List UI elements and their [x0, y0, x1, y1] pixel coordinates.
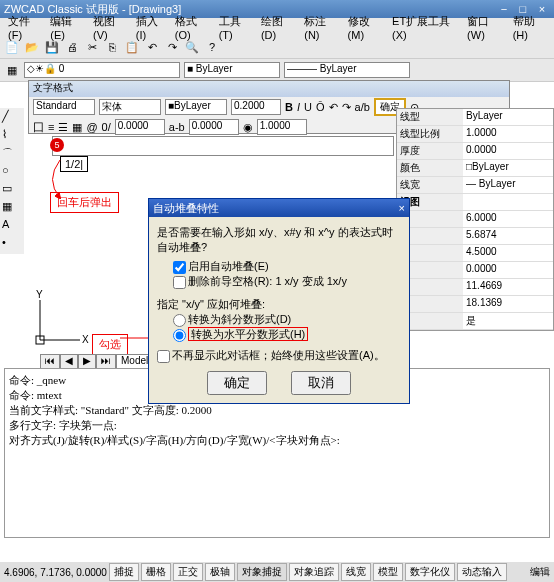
group-label: 指定 "x/y" 应如何堆叠:	[157, 297, 401, 312]
save-icon[interactable]: 💾	[44, 39, 60, 55]
prop-v[interactable]: ByLayer	[463, 109, 553, 125]
color-select[interactable]: ■ByLayer	[165, 99, 227, 115]
menubar: 文件(F) 编辑(E) 视图(V) 插入(I) 格式(O) 工具(T) 绘图(D…	[0, 18, 554, 36]
lwt-toggle[interactable]: 线宽	[341, 563, 371, 581]
dyn-toggle[interactable]: 动态输入	[457, 563, 507, 581]
underline-button[interactable]: U	[304, 101, 312, 113]
menu-draw[interactable]: 绘图(D)	[257, 14, 298, 41]
circle-icon[interactable]: ○	[2, 164, 18, 180]
menu-dim[interactable]: 标注(N)	[300, 14, 341, 41]
cut-icon[interactable]: ✂	[84, 39, 100, 55]
toolbar-2: ▦ ◇☀🔒 0 ■ ByLayer ——— ByLayer	[0, 59, 554, 82]
point-icon[interactable]: •	[2, 236, 18, 252]
stack-icon[interactable]: a/b	[355, 101, 370, 113]
bold-button[interactable]: B	[285, 101, 293, 113]
enable-checkbox[interactable]	[173, 261, 186, 274]
height-input[interactable]: 0.2000	[231, 99, 281, 115]
osnap-toggle[interactable]: 对象捕捉	[237, 563, 287, 581]
copy-icon[interactable]: ⎘	[104, 39, 120, 55]
ratio-input[interactable]: 1.0000	[257, 119, 307, 135]
dontshow-checkbox[interactable]	[157, 350, 170, 363]
symbol-icon[interactable]: @	[86, 121, 97, 133]
text-icon[interactable]: A	[2, 218, 18, 234]
overline-button[interactable]: Ō	[316, 101, 325, 113]
menu-file[interactable]: 文件(F)	[4, 14, 44, 41]
layer-icon[interactable]: ▦	[4, 62, 20, 78]
line-icon[interactable]: ╱	[2, 110, 18, 126]
layer-select[interactable]: ◇☀🔒 0	[24, 62, 180, 78]
color-select[interactable]: ■ ByLayer	[184, 62, 280, 78]
undo-icon[interactable]: ↶	[329, 101, 338, 114]
menu-et[interactable]: ET扩展工具(X)	[388, 14, 461, 41]
menu-view[interactable]: 视图(V)	[89, 14, 130, 41]
rect-icon[interactable]: ▭	[2, 182, 18, 198]
field-icon[interactable]: ▦	[72, 121, 82, 134]
trim-checkbox[interactable]	[173, 276, 186, 289]
diagonal-radio[interactable]	[173, 314, 186, 327]
panel-title: 文字格式	[29, 81, 509, 97]
dialog-title: 自动堆叠特性	[153, 201, 219, 216]
open-icon[interactable]: 📂	[24, 39, 40, 55]
statusbar: 4.6906, 7.1736, 0.0000 捕捉 栅格 正交 极轴 对象捕捉 …	[0, 562, 554, 582]
horizontal-radio[interactable]	[173, 329, 186, 342]
italic-button[interactable]: I	[297, 101, 300, 113]
svg-text:Y: Y	[36, 290, 43, 300]
redo-icon[interactable]: ↷	[342, 101, 351, 114]
style-select[interactable]: Standard	[33, 99, 95, 115]
arrow-1	[40, 150, 150, 210]
new-icon[interactable]: 📄	[4, 39, 20, 55]
undo-icon[interactable]: ↶	[144, 39, 160, 55]
font-select[interactable]: 宋体	[99, 99, 161, 115]
print-icon[interactable]: 🖨	[64, 39, 80, 55]
val1-input[interactable]: 0.0000	[115, 119, 165, 135]
ratio-icon[interactable]: ◉	[243, 121, 253, 134]
pline-icon[interactable]: ⌇	[2, 128, 18, 144]
zoom-icon[interactable]: 🔍	[184, 39, 200, 55]
model-toggle[interactable]: 模型	[373, 563, 403, 581]
ucs-icon: X Y	[30, 290, 90, 350]
close-icon[interactable]: ×	[399, 202, 405, 214]
align-icon[interactable]: 囗	[33, 120, 44, 135]
linetype-select[interactable]: ——— ByLayer	[284, 62, 410, 78]
menu-edit[interactable]: 编辑(E)	[46, 14, 87, 41]
menu-modify[interactable]: 修改(M)	[344, 14, 386, 41]
polar-toggle[interactable]: 极轴	[205, 563, 235, 581]
list-icon[interactable]: ☰	[58, 121, 68, 134]
status-end: 编辑	[530, 565, 550, 579]
help-icon[interactable]: ?	[204, 39, 220, 55]
snap-toggle[interactable]: 捕捉	[109, 563, 139, 581]
prop-k: 线型	[397, 109, 463, 125]
ok-button[interactable]: 确定	[207, 371, 267, 395]
grid-toggle[interactable]: 栅格	[141, 563, 171, 581]
redo-icon[interactable]: ↷	[164, 39, 180, 55]
paste-icon[interactable]: 📋	[124, 39, 140, 55]
track-icon[interactable]: a-b	[169, 121, 185, 133]
left-toolbar: ╱ ⌇ ⌒ ○ ▭ ▦ A •	[0, 108, 24, 254]
menu-tools[interactable]: 工具(T)	[215, 14, 255, 41]
oblique-icon[interactable]: 0/	[102, 121, 111, 133]
autostack-dialog: 自动堆叠特性 × 是否需要在输入形如 x/y、x#y 和 x^y 的表达式时自动…	[148, 198, 410, 404]
menu-insert[interactable]: 插入(I)	[132, 14, 169, 41]
dialog-question: 是否需要在输入形如 x/y、x#y 和 x^y 的表达式时自动堆叠?	[157, 225, 401, 255]
hatch-icon[interactable]: ▦	[2, 200, 18, 216]
menu-help[interactable]: 帮助(H)	[509, 14, 550, 41]
tablet-toggle[interactable]: 数字化仪	[405, 563, 455, 581]
cancel-button[interactable]: 取消	[291, 371, 351, 395]
coords: 4.6906, 7.1736, 0.0000	[4, 567, 107, 578]
val2-input[interactable]: 0.0000	[189, 119, 239, 135]
dialog-header[interactable]: 自动堆叠特性 ×	[149, 199, 409, 217]
menu-format[interactable]: 格式(O)	[171, 14, 213, 41]
otrack-toggle[interactable]: 对象追踪	[289, 563, 339, 581]
properties-panel: 线型ByLayer 线型比例1.0000 厚度0.0000 颜色□ByLayer…	[396, 108, 554, 331]
arc-icon[interactable]: ⌒	[2, 146, 18, 162]
menu-window[interactable]: 窗口(W)	[463, 14, 507, 41]
justify-icon[interactable]: ≡	[48, 121, 54, 133]
ortho-toggle[interactable]: 正交	[173, 563, 203, 581]
svg-text:X: X	[82, 334, 89, 345]
